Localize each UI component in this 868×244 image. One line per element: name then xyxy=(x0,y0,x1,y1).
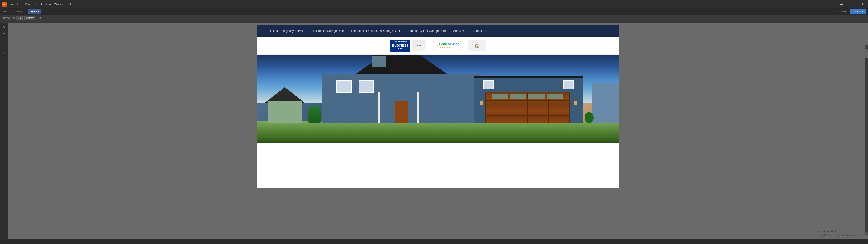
crop-tool[interactable]: ⊕ xyxy=(1,30,7,36)
zoom-tool[interactable]: ⌕ xyxy=(1,49,7,55)
window-left xyxy=(336,81,352,93)
rectangle-tool[interactable]: □ xyxy=(1,43,7,49)
bbb-badge-item: ACCREDITED BUSINESS BBB BBB xyxy=(390,39,426,51)
bbb-accred: ACCREDITED xyxy=(393,41,407,43)
nav-right: Share Publish▾ xyxy=(837,9,866,14)
far-right-house xyxy=(592,83,619,123)
refresh-icon-button[interactable]: ↺ xyxy=(38,16,42,20)
bbb-badge: ACCREDITED BUSINESS BBB xyxy=(390,39,411,51)
bbb-business: BUSINESS xyxy=(392,43,408,48)
menu-page[interactable]: Page xyxy=(24,2,33,6)
light-right xyxy=(574,101,577,105)
menu-file[interactable]: File xyxy=(8,2,16,6)
refresh-icon: ↺ xyxy=(39,17,41,20)
left-sidebar: ↖ ⊕ T □ ⌕ xyxy=(0,23,8,240)
app-nav: Plan Design Preview Share Publish▾ xyxy=(0,8,868,15)
scroll-up-arrow[interactable]: ▲ xyxy=(865,45,868,48)
preview-nav[interactable]: Preview xyxy=(28,9,41,14)
design-nav[interactable]: Design xyxy=(13,9,25,14)
site-nav-residential[interactable]: Residential Garage Door xyxy=(308,25,348,37)
partner-badge: 🏠 xyxy=(468,40,486,51)
menu-bar: File Edit Page Object View Window Help xyxy=(8,2,74,6)
garage-section xyxy=(474,76,583,123)
garage-roof-top xyxy=(474,76,583,78)
menu-help[interactable]: Help xyxy=(65,2,74,6)
menu-window[interactable]: Window xyxy=(53,2,65,6)
selection-tool[interactable]: ↖ xyxy=(1,24,7,30)
status-bar xyxy=(0,240,868,244)
plan-nav[interactable]: Plan xyxy=(2,9,11,14)
hero-photo xyxy=(257,55,619,143)
title-bar: Mu File Edit Page Object View Window Hel… xyxy=(0,0,868,8)
close-button[interactable]: ✕ xyxy=(858,0,868,8)
left-neighbor-house xyxy=(265,87,305,123)
site-nav-about[interactable]: About Us xyxy=(450,25,469,37)
menu-object[interactable]: Object xyxy=(33,2,43,6)
scroll-indicator: ▲ ▼ xyxy=(865,45,868,235)
text-tool[interactable]: T xyxy=(1,37,7,42)
website-frame: 24 Hour Emergency Service Residential Ga… xyxy=(257,25,619,188)
share-button[interactable]: Share xyxy=(837,9,848,13)
ha-home-label: Home xyxy=(439,42,448,45)
preview-size-select[interactable] xyxy=(16,16,23,20)
preview-area: 24 Hour Emergency Service Residential Ga… xyxy=(8,23,868,240)
window-center xyxy=(359,81,374,93)
garage-upper-window-right xyxy=(563,81,574,89)
garage-upper-window-left xyxy=(483,81,494,89)
badge-row: ACCREDITED BUSINESS BBB BBB ⌂ Home Advis… xyxy=(257,37,619,55)
app-logo: Mu xyxy=(2,2,7,6)
partner-badge-item: 🏠 xyxy=(468,40,486,51)
preview-size-group: Preview Size xyxy=(2,16,23,20)
site-nav-community[interactable]: Community Fair Garage Door xyxy=(404,25,450,37)
front-door xyxy=(395,101,408,123)
toolbar: Preview Size Refresh ↺ xyxy=(0,15,868,21)
left-house-body xyxy=(268,101,302,123)
menu-edit[interactable]: Edit xyxy=(16,2,23,6)
main-house-body xyxy=(322,74,480,123)
hero-ground xyxy=(257,121,619,143)
homeadvisor-badge: ⌂ Home Advisor ★★★★★ xyxy=(433,41,461,50)
garage-door xyxy=(485,92,569,123)
pillar-left xyxy=(378,92,379,123)
minimize-button[interactable]: — xyxy=(836,0,846,8)
menu-view[interactable]: View xyxy=(44,2,53,6)
window-controls: — □ ✕ xyxy=(836,0,868,8)
scroll-thumb[interactable] xyxy=(865,49,868,58)
light-left xyxy=(480,101,483,105)
preview-size-label: Preview Size xyxy=(2,17,15,19)
bbb-logo-graphic: BBB xyxy=(412,40,426,51)
main-house xyxy=(322,74,480,123)
bush-right xyxy=(585,112,594,123)
ha-stars: ★★★★★ xyxy=(439,46,459,49)
site-nav-commercial[interactable]: Commercial & Industrial Garage Door xyxy=(348,25,404,37)
pillar-right xyxy=(417,92,419,123)
preview-scroll[interactable]: 24 Hour Emergency Service Residential Ga… xyxy=(8,23,868,240)
site-nav-contact[interactable]: Contact Us xyxy=(469,25,491,37)
site-nav: 24 Hour Emergency Service Residential Ga… xyxy=(257,25,619,37)
scroll-down-arrow[interactable]: ▼ xyxy=(865,232,868,235)
publish-button[interactable]: Publish▾ xyxy=(850,9,866,14)
hero-section xyxy=(257,55,619,143)
ha-advisor-text: Home Advisor ★★★★★ xyxy=(439,42,459,49)
garage-wall xyxy=(474,78,583,123)
dormer xyxy=(372,55,385,67)
main-roof-peak xyxy=(356,55,447,74)
maximize-button[interactable]: □ xyxy=(847,0,857,8)
tree-left xyxy=(308,105,321,123)
ha-advisor-label: Advisor xyxy=(448,42,459,45)
ha-home-icon: ⌂ xyxy=(435,43,438,48)
content-section xyxy=(257,143,619,188)
homeadvisor-badge-item: ⌂ Home Advisor ★★★★★ xyxy=(433,41,461,50)
site-nav-emergency[interactable]: 24 Hour Emergency Service xyxy=(264,25,308,37)
refresh-button[interactable]: Refresh xyxy=(24,16,36,20)
